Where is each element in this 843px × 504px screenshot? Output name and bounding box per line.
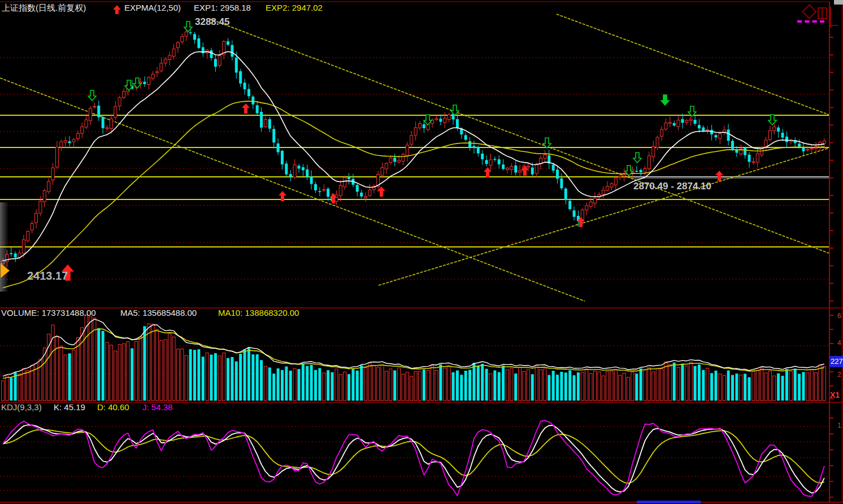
panel-borders	[0, 2, 843, 502]
axis-partial-label: 2	[837, 371, 841, 379]
horizontal-scrollbar-thumb[interactable]	[637, 501, 701, 503]
volume-ma5-value: MA5: 135685488.00	[120, 309, 197, 318]
kdj-d-value: D: 40.60	[97, 403, 129, 412]
drag-handle-icon[interactable]	[1, 263, 10, 278]
sell-signal-arrow-icon	[543, 138, 551, 148]
kdj-d-line	[3, 429, 824, 483]
axis-ticks	[829, 37, 833, 497]
volume-ma10-value: MA10: 138868320.00	[218, 309, 299, 318]
buy-signal-arrow-icon	[242, 103, 250, 114]
buy-signal-arrow-icon	[377, 186, 385, 197]
exp1-value: EXP1: 2958.18	[194, 3, 251, 13]
peak-price-label: 3288.45	[195, 17, 229, 28]
volume-ma5-line	[3, 319, 824, 376]
sell-signal-arrow-icon	[768, 115, 776, 125]
chart-canvas[interactable]	[0, 0, 843, 504]
charting-app-window: 上证指数(日线.前复权) EXPMA(12,50) EXP1: 2958.18 …	[0, 0, 843, 504]
kdj-j-value: J: 54.38	[142, 403, 172, 412]
main-gridlines	[0, 58, 829, 279]
gap-range-label: 2870.49 - 2874.10	[633, 181, 711, 192]
kdj-j-line	[3, 420, 824, 496]
exp2-value: EXP2: 2947.02	[266, 3, 323, 13]
axis-partial-label: 1	[837, 422, 841, 429]
volume-bars	[2, 315, 826, 401]
up-arrow-icon	[112, 5, 121, 15]
left-overlay-strip	[0, 202, 8, 292]
axis-partial-label: 6	[837, 312, 841, 320]
volume-ma10-line	[3, 329, 824, 379]
exp1-line	[3, 51, 824, 260]
maximize-icon[interactable]	[818, 7, 827, 19]
buy-signal-arrow-icon	[484, 167, 492, 177]
pane-splitter-tick	[830, 25, 838, 26]
sell-signal-arrow-icon	[633, 153, 641, 163]
sell-signal-arrow-icon	[88, 90, 96, 101]
kdj-k-line	[3, 425, 824, 493]
kdj-k-value: K: 45.19	[54, 403, 85, 412]
volume-scale-label: X1	[830, 390, 840, 399]
symbol-title: 上证指数(日线.前复权)	[2, 3, 86, 13]
axis-value-badge: 227	[829, 356, 843, 367]
sell-signal-arrow-icon	[661, 95, 669, 105]
magenta-dash-indicator	[797, 20, 824, 23]
scrollbar-corner	[834, 0, 843, 5]
low-price-label: 2413.17	[27, 270, 68, 282]
sell-signal-arrow-icon	[184, 21, 192, 32]
kdj-indicator-label: KDJ(9,3,3)	[1, 403, 42, 412]
pane-splitter-icon[interactable]	[830, 7, 831, 27]
exp2-line	[3, 101, 824, 288]
axis-partial-label: 4	[837, 339, 841, 347]
sell-signal-arrow-icon	[424, 115, 432, 125]
sell-signal-arrow-icon	[125, 80, 133, 90]
indicator-label: EXPMA(12,50)	[124, 3, 181, 13]
kdj-gridlines	[0, 427, 829, 490]
buy-signal-arrow-icon	[715, 171, 723, 181]
volume-value: VOLUME: 173731488.00	[1, 309, 96, 318]
